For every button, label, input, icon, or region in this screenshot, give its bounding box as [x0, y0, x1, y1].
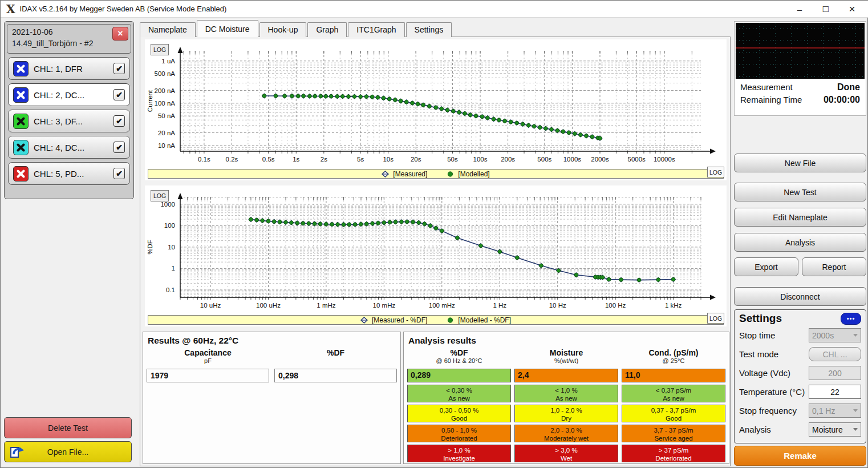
svg-text:1s: 1s: [293, 156, 299, 163]
channel-item[interactable]: CHL: 5, PD...✔: [8, 162, 130, 185]
tab-dc-moisture[interactable]: DC Moisture: [197, 20, 258, 37]
analysis-scale-row: 0,30 - 0,50 %Good1,0 - 2,0 %Dry0,37 - 3,…: [407, 405, 725, 422]
log-scale-button[interactable]: LOG: [707, 167, 724, 177]
channel-item[interactable]: CHL: 2, DC...✔: [8, 83, 130, 106]
channel-label: CHL: 5, PD...: [34, 169, 113, 179]
result-field-unit: pF: [147, 357, 269, 365]
log-scale-button[interactable]: LOG: [151, 44, 169, 55]
channel-panel: 2021-10-06 14.49_till_Torbjörn - #2 × CH…: [4, 21, 134, 199]
analysis-scale-cell: > 1,0 %Investigate: [407, 445, 511, 462]
open-file-icon: [9, 445, 25, 459]
analysis-scale-cell: > 3,0 %Wet: [514, 445, 618, 462]
delete-test-button[interactable]: Delete Test: [4, 417, 132, 438]
channel-x-icon: [13, 87, 29, 103]
more-settings-button[interactable]: •••: [841, 313, 861, 325]
channel-label: CHL: 4, DC...: [34, 143, 113, 152]
svg-text:100 Hz: 100 Hz: [605, 302, 626, 309]
disconnect-button[interactable]: Disconnect: [734, 287, 866, 306]
analysis-scale-row: < 0,30 %As new< 1,0 %As new< 0,37 pS/mAs…: [407, 385, 725, 402]
channel-item[interactable]: CHL: 1, DFR✔: [8, 57, 130, 80]
analysis-scale-row: > 1,0 %Investigate> 3,0 %Wet> 37 pS/mDet…: [407, 445, 725, 462]
new-file-button[interactable]: New File: [734, 154, 866, 172]
svg-text:2000s: 2000s: [591, 156, 609, 163]
settings-select-stop-time: 2000s: [809, 328, 861, 342]
channel-checkbox[interactable]: ✔: [113, 89, 125, 100]
measurement-status-box: Measurement Done Remaining Time 00:00:00: [734, 21, 866, 116]
new-test-button[interactable]: New Test: [734, 183, 866, 201]
edit-nameplate-button[interactable]: Edit Nameplate: [734, 208, 866, 227]
analysis-headers: %DF@ 60 Hz & 20°CMoisture%(wt/wt)Cond. (…: [407, 348, 725, 366]
settings-button-test-mode: CHL ...: [809, 347, 861, 361]
result-field-label: %DF: [274, 348, 397, 357]
results-fields: CapacitancepF1979%DF0,298: [147, 348, 397, 382]
analysis-scale-cell: 0,50 - 1,0 %Deteriorated: [407, 425, 511, 442]
analysis-column-header: %DF@ 60 Hz & 20°C: [407, 348, 511, 366]
analysis-column-subtitle: @ 25°C: [622, 357, 725, 366]
svg-text:100 mHz: 100 mHz: [429, 302, 455, 309]
legend-entry: [Measured]: [382, 170, 427, 178]
export-button[interactable]: Export: [734, 257, 798, 276]
settings-input-temperature-c-[interactable]: 22: [809, 385, 861, 399]
log-scale-button[interactable]: LOG: [151, 190, 169, 201]
analysis-value: 0,289: [407, 369, 511, 382]
window-controls: – □ ×: [786, 1, 865, 18]
channel-checkbox[interactable]: ✔: [113, 142, 125, 153]
settings-rows: Stop time2000sTest modeCHL ...Voltage (V…: [739, 326, 861, 439]
tab-itc1graph[interactable]: ITC1Graph: [348, 22, 404, 37]
file-date: 2021-10-06: [12, 26, 111, 38]
tab-nameplate[interactable]: Nameplate: [140, 22, 196, 37]
close-button[interactable]: ×: [839, 1, 865, 18]
svg-text:0.1: 0.1: [166, 287, 175, 293]
legend-entry: [Modelled]: [447, 170, 489, 178]
svg-text:Current: Current: [147, 90, 153, 112]
channel-item[interactable]: CHL: 3, DF...✔: [8, 110, 130, 132]
svg-text:1000s: 1000s: [563, 156, 582, 163]
analysis-button[interactable]: Analysis: [734, 233, 866, 252]
settings-label: Temperature (°C): [739, 387, 805, 397]
result-field-label: Capacitance: [147, 348, 269, 357]
analysis-scale-cell: 0,30 - 0,50 %Good: [407, 405, 511, 422]
svg-text:0.5s: 0.5s: [262, 156, 275, 163]
channel-checkbox[interactable]: ✔: [113, 168, 125, 179]
settings-select-analysis[interactable]: Moisture: [809, 422, 861, 437]
svg-text:0.2s: 0.2s: [226, 156, 238, 163]
settings-row: Voltage (Vdc)200: [739, 364, 861, 382]
channel-label: CHL: 3, DF...: [34, 116, 113, 126]
channel-x-icon: [13, 166, 29, 181]
right-panel: Measurement Done Remaining Time 00:00:00…: [734, 21, 866, 466]
remake-button[interactable]: Remake: [734, 446, 866, 466]
analysis-scale-cell: > 37 pS/mDeteriorated: [622, 445, 725, 462]
log-scale-button[interactable]: LOG: [707, 313, 724, 324]
analysis-scale-cell: 2,0 - 3,0 %Moderately wet: [514, 425, 618, 442]
tab-settings[interactable]: Settings: [406, 22, 452, 37]
settings-row: Test modeCHL ...: [739, 345, 861, 364]
tab-hook-up[interactable]: Hook-up: [259, 22, 307, 37]
maximize-button[interactable]: □: [813, 1, 839, 18]
open-file-button[interactable]: Open File...: [4, 441, 132, 462]
svg-text:10 mHz: 10 mHz: [373, 302, 396, 309]
channel-checkbox[interactable]: ✔: [113, 63, 125, 74]
svg-text:10 nA: 10 nA: [158, 142, 175, 149]
svg-text:10 Hz: 10 Hz: [549, 302, 566, 309]
results-title: Results @ 60Hz, 22°C: [148, 336, 397, 346]
result-field: %DF0,298: [274, 348, 397, 382]
svg-text:1 mHz: 1 mHz: [317, 302, 335, 309]
svg-text:1: 1: [172, 265, 175, 272]
svg-text:100 nA: 100 nA: [155, 100, 176, 107]
chevron-down-icon: [853, 409, 858, 412]
channel-item[interactable]: CHL: 4, DC...✔: [8, 136, 130, 159]
report-button[interactable]: Report: [802, 257, 866, 276]
channel-label: CHL: 1, DFR: [34, 64, 113, 74]
window-title: IDAX v5.2.164 by Megger Sweden AB (Servi…: [20, 5, 227, 13]
analysis-values-row: 0,2892,411,0: [407, 369, 725, 382]
measurement-row: Measurement Done: [735, 80, 866, 92]
analysis-column-title: %DF: [407, 348, 511, 357]
channel-checkbox[interactable]: ✔: [113, 115, 125, 127]
results-group: Results @ 60Hz, 22°C CapacitancepF1979%D…: [143, 332, 401, 464]
close-file-button[interactable]: ×: [112, 27, 128, 41]
tab-graph[interactable]: Graph: [307, 22, 347, 37]
minimize-button[interactable]: –: [786, 1, 813, 18]
analysis-column-header: Cond. (pS/m)@ 25°C: [622, 348, 725, 366]
legend-entry: [Modelled - %DF]: [447, 316, 511, 324]
svg-text:100s: 100s: [473, 156, 488, 163]
